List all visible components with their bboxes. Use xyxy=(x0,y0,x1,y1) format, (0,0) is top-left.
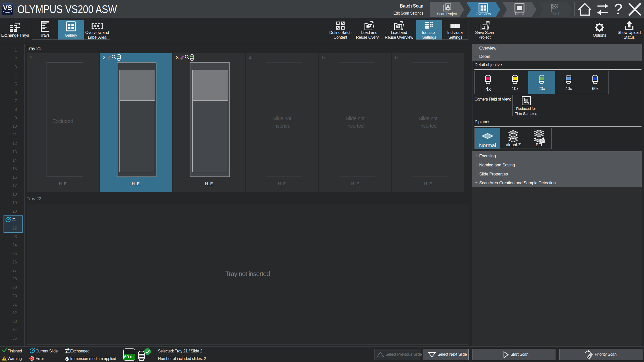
svg-text:?: ? xyxy=(614,3,622,16)
svg-text:EFI: EFI xyxy=(540,140,544,143)
